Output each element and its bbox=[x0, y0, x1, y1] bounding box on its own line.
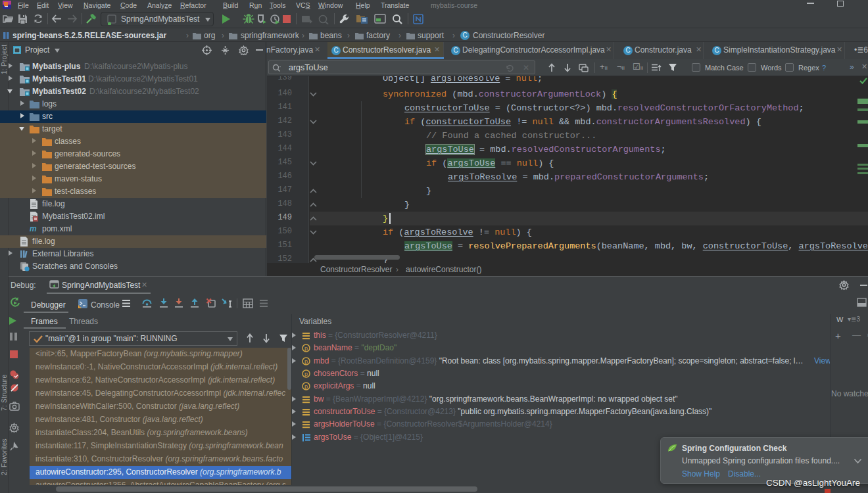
svg-text:p: p bbox=[304, 383, 308, 390]
svg-text:p: p bbox=[304, 371, 308, 377]
svg-text:p: p bbox=[304, 345, 308, 352]
svg-text:!: ! bbox=[79, 305, 80, 309]
svg-text:p: p bbox=[304, 358, 308, 365]
